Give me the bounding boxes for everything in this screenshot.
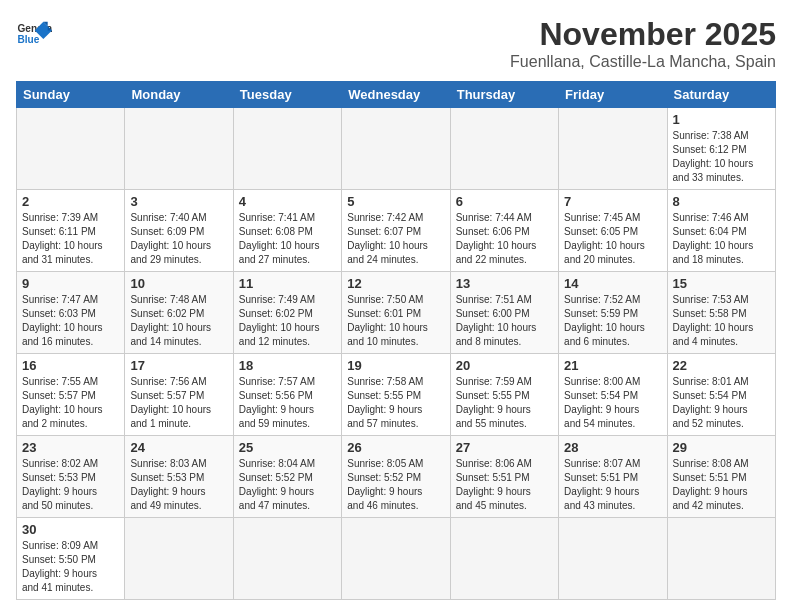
calendar-cell: 6Sunrise: 7:44 AM Sunset: 6:06 PM Daylig…	[450, 190, 558, 272]
day-info: Sunrise: 7:49 AM Sunset: 6:02 PM Dayligh…	[239, 293, 336, 349]
calendar-cell: 28Sunrise: 8:07 AM Sunset: 5:51 PM Dayli…	[559, 436, 667, 518]
calendar-cell: 15Sunrise: 7:53 AM Sunset: 5:58 PM Dayli…	[667, 272, 775, 354]
weekday-header-saturday: Saturday	[667, 82, 775, 108]
calendar-week-row: 23Sunrise: 8:02 AM Sunset: 5:53 PM Dayli…	[17, 436, 776, 518]
calendar-week-row: 9Sunrise: 7:47 AM Sunset: 6:03 PM Daylig…	[17, 272, 776, 354]
calendar-cell: 7Sunrise: 7:45 AM Sunset: 6:05 PM Daylig…	[559, 190, 667, 272]
svg-text:Blue: Blue	[17, 34, 39, 45]
calendar-cell	[559, 518, 667, 600]
day-number: 1	[673, 112, 770, 127]
calendar-cell: 3Sunrise: 7:40 AM Sunset: 6:09 PM Daylig…	[125, 190, 233, 272]
weekday-header-tuesday: Tuesday	[233, 82, 341, 108]
calendar-cell: 24Sunrise: 8:03 AM Sunset: 5:53 PM Dayli…	[125, 436, 233, 518]
day-info: Sunrise: 7:42 AM Sunset: 6:07 PM Dayligh…	[347, 211, 444, 267]
day-number: 26	[347, 440, 444, 455]
day-number: 29	[673, 440, 770, 455]
calendar-cell: 16Sunrise: 7:55 AM Sunset: 5:57 PM Dayli…	[17, 354, 125, 436]
day-number: 13	[456, 276, 553, 291]
calendar-week-row: 16Sunrise: 7:55 AM Sunset: 5:57 PM Dayli…	[17, 354, 776, 436]
day-number: 7	[564, 194, 661, 209]
day-info: Sunrise: 8:08 AM Sunset: 5:51 PM Dayligh…	[673, 457, 770, 513]
calendar-week-row: 1Sunrise: 7:38 AM Sunset: 6:12 PM Daylig…	[17, 108, 776, 190]
calendar-cell: 1Sunrise: 7:38 AM Sunset: 6:12 PM Daylig…	[667, 108, 775, 190]
weekday-header-row: SundayMondayTuesdayWednesdayThursdayFrid…	[17, 82, 776, 108]
day-number: 9	[22, 276, 119, 291]
day-info: Sunrise: 7:58 AM Sunset: 5:55 PM Dayligh…	[347, 375, 444, 431]
calendar-cell: 19Sunrise: 7:58 AM Sunset: 5:55 PM Dayli…	[342, 354, 450, 436]
calendar-cell: 14Sunrise: 7:52 AM Sunset: 5:59 PM Dayli…	[559, 272, 667, 354]
calendar-cell: 21Sunrise: 8:00 AM Sunset: 5:54 PM Dayli…	[559, 354, 667, 436]
calendar-cell: 25Sunrise: 8:04 AM Sunset: 5:52 PM Dayli…	[233, 436, 341, 518]
day-number: 10	[130, 276, 227, 291]
day-info: Sunrise: 7:56 AM Sunset: 5:57 PM Dayligh…	[130, 375, 227, 431]
day-info: Sunrise: 7:44 AM Sunset: 6:06 PM Dayligh…	[456, 211, 553, 267]
day-number: 30	[22, 522, 119, 537]
day-info: Sunrise: 7:47 AM Sunset: 6:03 PM Dayligh…	[22, 293, 119, 349]
day-info: Sunrise: 8:03 AM Sunset: 5:53 PM Dayligh…	[130, 457, 227, 513]
weekday-header-wednesday: Wednesday	[342, 82, 450, 108]
page-header: General Blue November 2025 Fuenllana, Ca…	[16, 16, 776, 71]
day-number: 3	[130, 194, 227, 209]
calendar-cell: 5Sunrise: 7:42 AM Sunset: 6:07 PM Daylig…	[342, 190, 450, 272]
calendar-cell: 23Sunrise: 8:02 AM Sunset: 5:53 PM Dayli…	[17, 436, 125, 518]
day-number: 27	[456, 440, 553, 455]
calendar-week-row: 2Sunrise: 7:39 AM Sunset: 6:11 PM Daylig…	[17, 190, 776, 272]
title-block: November 2025 Fuenllana, Castille-La Man…	[510, 16, 776, 71]
weekday-header-thursday: Thursday	[450, 82, 558, 108]
calendar-cell: 20Sunrise: 7:59 AM Sunset: 5:55 PM Dayli…	[450, 354, 558, 436]
day-info: Sunrise: 7:38 AM Sunset: 6:12 PM Dayligh…	[673, 129, 770, 185]
day-info: Sunrise: 7:57 AM Sunset: 5:56 PM Dayligh…	[239, 375, 336, 431]
day-info: Sunrise: 8:00 AM Sunset: 5:54 PM Dayligh…	[564, 375, 661, 431]
calendar-cell: 12Sunrise: 7:50 AM Sunset: 6:01 PM Dayli…	[342, 272, 450, 354]
calendar-cell: 10Sunrise: 7:48 AM Sunset: 6:02 PM Dayli…	[125, 272, 233, 354]
day-info: Sunrise: 7:51 AM Sunset: 6:00 PM Dayligh…	[456, 293, 553, 349]
day-number: 28	[564, 440, 661, 455]
calendar-cell	[450, 108, 558, 190]
calendar-cell: 11Sunrise: 7:49 AM Sunset: 6:02 PM Dayli…	[233, 272, 341, 354]
calendar-cell	[450, 518, 558, 600]
month-title: November 2025	[510, 16, 776, 53]
day-info: Sunrise: 8:06 AM Sunset: 5:51 PM Dayligh…	[456, 457, 553, 513]
calendar-cell: 22Sunrise: 8:01 AM Sunset: 5:54 PM Dayli…	[667, 354, 775, 436]
day-info: Sunrise: 7:39 AM Sunset: 6:11 PM Dayligh…	[22, 211, 119, 267]
day-number: 2	[22, 194, 119, 209]
day-info: Sunrise: 7:48 AM Sunset: 6:02 PM Dayligh…	[130, 293, 227, 349]
calendar-cell	[125, 108, 233, 190]
calendar-cell: 30Sunrise: 8:09 AM Sunset: 5:50 PM Dayli…	[17, 518, 125, 600]
day-number: 14	[564, 276, 661, 291]
day-info: Sunrise: 7:55 AM Sunset: 5:57 PM Dayligh…	[22, 375, 119, 431]
weekday-header-sunday: Sunday	[17, 82, 125, 108]
calendar-table: SundayMondayTuesdayWednesdayThursdayFrid…	[16, 81, 776, 600]
calendar-cell: 26Sunrise: 8:05 AM Sunset: 5:52 PM Dayli…	[342, 436, 450, 518]
day-info: Sunrise: 7:40 AM Sunset: 6:09 PM Dayligh…	[130, 211, 227, 267]
day-number: 19	[347, 358, 444, 373]
day-number: 6	[456, 194, 553, 209]
weekday-header-friday: Friday	[559, 82, 667, 108]
calendar-cell: 18Sunrise: 7:57 AM Sunset: 5:56 PM Dayli…	[233, 354, 341, 436]
day-number: 16	[22, 358, 119, 373]
calendar-cell	[342, 518, 450, 600]
calendar-cell	[559, 108, 667, 190]
day-info: Sunrise: 7:45 AM Sunset: 6:05 PM Dayligh…	[564, 211, 661, 267]
calendar-cell	[342, 108, 450, 190]
calendar-cell	[233, 518, 341, 600]
day-number: 24	[130, 440, 227, 455]
day-info: Sunrise: 8:07 AM Sunset: 5:51 PM Dayligh…	[564, 457, 661, 513]
day-info: Sunrise: 7:41 AM Sunset: 6:08 PM Dayligh…	[239, 211, 336, 267]
day-number: 11	[239, 276, 336, 291]
day-number: 20	[456, 358, 553, 373]
location-title: Fuenllana, Castille-La Mancha, Spain	[510, 53, 776, 71]
logo: General Blue	[16, 16, 52, 52]
day-number: 5	[347, 194, 444, 209]
calendar-cell: 9Sunrise: 7:47 AM Sunset: 6:03 PM Daylig…	[17, 272, 125, 354]
calendar-cell	[233, 108, 341, 190]
day-number: 18	[239, 358, 336, 373]
calendar-cell	[125, 518, 233, 600]
day-number: 4	[239, 194, 336, 209]
calendar-cell: 17Sunrise: 7:56 AM Sunset: 5:57 PM Dayli…	[125, 354, 233, 436]
day-info: Sunrise: 7:46 AM Sunset: 6:04 PM Dayligh…	[673, 211, 770, 267]
calendar-cell: 2Sunrise: 7:39 AM Sunset: 6:11 PM Daylig…	[17, 190, 125, 272]
calendar-cell: 29Sunrise: 8:08 AM Sunset: 5:51 PM Dayli…	[667, 436, 775, 518]
day-info: Sunrise: 7:52 AM Sunset: 5:59 PM Dayligh…	[564, 293, 661, 349]
day-number: 15	[673, 276, 770, 291]
